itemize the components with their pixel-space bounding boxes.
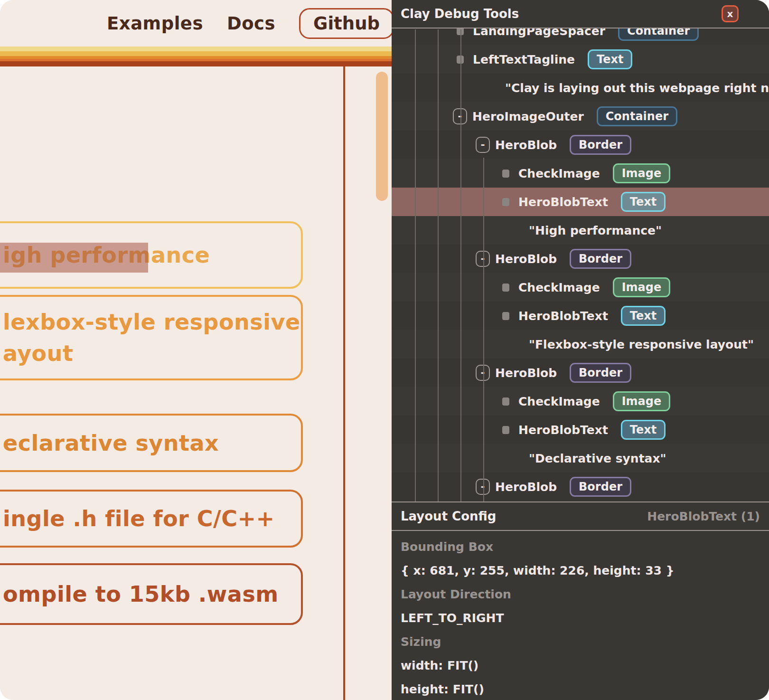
tree-row-string: "Flexbox-style responsive layout" [392,330,769,359]
tree-row[interactable]: -HeroBlobBorder [392,245,769,273]
clay-debug-panel: LandingPageSpacerContainerLeftTextTaglin… [392,0,769,700]
config-value: height: FIT() [401,677,769,700]
tree-row[interactable]: -HeroBlobBorder [392,131,769,159]
element-type-badge: Text [621,420,666,440]
element-tree: LandingPageSpacerContainerLeftTextTaglin… [392,17,769,501]
tree-row[interactable]: HeroBlobTextText [392,302,769,330]
element-type-badge: Border [570,363,631,383]
page-scrollbar-thumb[interactable] [376,72,388,201]
element-name: HeroBlob [495,366,557,380]
tree-row-string: "Declarative syntax" [392,444,769,473]
element-name: CheckImage [518,281,600,294]
navbar: Examples Docs Github [107,4,394,43]
tree-guide-line [415,29,416,501]
collapse-button[interactable]: - [476,479,490,495]
tree-row-highlighted[interactable]: HeroBlobTextText [392,188,769,216]
debug-hover-highlight [0,243,148,273]
collapse-button[interactable]: - [476,251,490,267]
feature-box-text: ingle .h file for C/C++ [0,503,275,534]
element-name: HeroBlobText [518,195,608,209]
page-vertical-divider [343,66,345,700]
webpage-preview: Examples Docs Github igh performancelexb… [0,0,392,700]
tree-guide-line [438,29,439,501]
feature-box: eclarative syntax [0,414,303,472]
element-name: CheckImage [518,395,600,408]
gradient-stripe [0,51,392,56]
layout-config-title: Layout Config [401,509,496,523]
app-window: Examples Docs Github igh performancelexb… [0,0,769,700]
layout-config-header: Layout Config HeroBlobText (1) [392,501,769,531]
config-value: LEFT_TO_RIGHT [401,606,769,630]
tree-guide-line [460,29,461,501]
tree-row[interactable]: CheckImageImage [392,387,769,416]
element-type-badge: Image [613,163,671,183]
feature-box-text: lexbox-style responsiveayout [0,306,300,369]
bullet-icon [502,426,509,434]
gradient-stripe [0,61,392,66]
feature-box: lexbox-style responsiveayout [0,295,303,380]
bullet-icon [502,312,509,320]
element-type-badge: Image [613,277,671,297]
element-type-badge: Container [597,106,677,126]
tree-row[interactable]: -HeroBlobBorder [392,359,769,387]
tree-row[interactable]: CheckImageImage [392,273,769,302]
layout-config-body: Bounding Box{ x: 681, y: 255, width: 226… [392,531,769,700]
nav-link-examples[interactable]: Examples [107,13,203,34]
string-content: "Declarative syntax" [529,452,666,465]
tree-row[interactable]: CheckImageImage [392,159,769,188]
element-name: HeroImageOuter [472,110,584,123]
feature-box: ompile to 15kb .wasm [0,563,303,625]
bullet-icon [502,284,509,292]
collapse-button[interactable]: - [476,365,490,381]
close-button[interactable]: x [722,5,739,22]
element-name: CheckImage [518,167,600,180]
element-name: LeftTextTagline [473,53,575,66]
element-type-badge: Border [570,135,631,155]
bullet-icon [502,397,509,406]
bullet-icon [502,198,509,206]
tree-row-string: "Clay is laying out this webpage right n… [392,74,769,102]
config-label: Layout Direction [401,582,769,606]
gradient-stripe [0,47,392,51]
element-type-badge: Border [570,249,631,269]
string-content: "Flexbox-style responsive layout" [529,338,754,351]
tree-row[interactable]: LeftTextTaglineText [392,45,769,74]
feature-box-text: ompile to 15kb .wasm [0,578,279,610]
element-name: HeroBlob [495,480,557,494]
debug-panel-title: Clay Debug Tools [401,7,519,21]
element-type-badge: Text [588,49,632,69]
tree-row-string: "High performance" [392,216,769,245]
element-type-badge: Text [621,306,666,326]
tree-row[interactable]: -HeroImageOuterContainer [392,102,769,131]
bullet-icon [502,170,509,178]
string-content: "High performance" [529,224,662,237]
config-value: width: FIT() [401,653,769,677]
debug-panel-header: Clay Debug Tools [392,0,769,28]
string-content: "Clay is laying out this webpage right n… [505,81,769,95]
tree-row[interactable]: HeroBlobTextText [392,416,769,444]
gradient-stripe-bar [0,47,392,66]
tree-row[interactable]: -HeroBlobBorder [392,473,769,501]
config-label: Sizing [401,630,769,653]
element-type-badge: Text [621,192,666,212]
collapse-button[interactable]: - [476,137,490,153]
element-name: HeroBlob [495,138,557,152]
nav-link-docs[interactable]: Docs [227,13,275,34]
tree-guide-line [483,158,484,501]
element-name: HeroBlob [495,252,557,266]
element-name: HeroBlobText [518,309,608,323]
element-type-badge: Image [613,391,671,411]
github-button[interactable]: Github [299,8,394,39]
collapse-button[interactable]: - [453,108,467,124]
feature-box-text: eclarative syntax [0,427,219,459]
config-label: Bounding Box [401,535,769,558]
config-value: { x: 681, y: 255, width: 226, height: 33… [401,558,769,582]
element-name: HeroBlobText [518,423,608,437]
feature-box: ingle .h file for C/C++ [0,490,303,548]
selected-element-label: HeroBlobText (1) [647,510,760,523]
element-type-badge: Border [570,477,631,497]
